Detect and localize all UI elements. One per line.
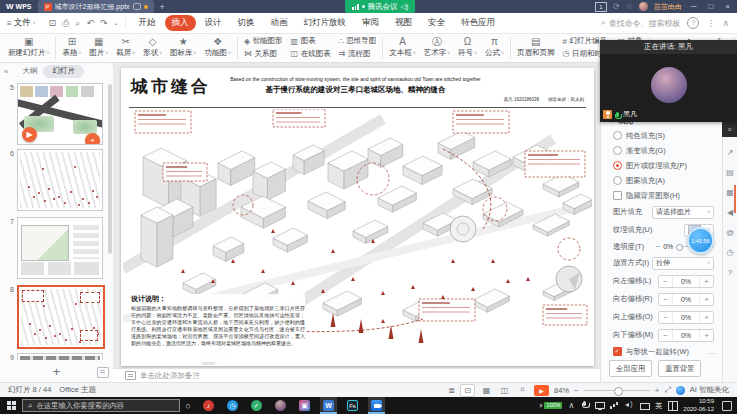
ribbon-function-diagram-button[interactable]: ❖功能图˅ [201, 34, 235, 61]
presenter-view-button[interactable]: ⌗ [516, 385, 529, 396]
slide-thumbnail-5[interactable]: ▶+ [17, 83, 103, 145]
ribbon-online-chart-button[interactable]: ◫在线图表 [291, 49, 331, 59]
fs-app-icon[interactable]: Fs [344, 397, 361, 414]
help-panel-icon[interactable]: ? [728, 268, 732, 277]
ime-language-indicator[interactable]: 英 [655, 401, 662, 411]
display-tray-icon[interactable] [595, 401, 604, 410]
ribbon-smartart-button[interactable]: ◈智能图形 [244, 36, 283, 46]
file-menu[interactable]: ≡文件˅ [0, 17, 43, 29]
stepper-minus-button[interactable]: − [659, 330, 672, 341]
reading-view-button[interactable]: ◫ [498, 385, 511, 396]
help-icon[interactable]: ? [687, 17, 699, 29]
sync-icon[interactable]: ⟳ [613, 2, 620, 11]
ribbon-formula-button[interactable]: π公式˅ [481, 34, 508, 61]
microphone-tray-icon[interactable] [580, 401, 589, 410]
cortana-button[interactable]: ○ [180, 401, 196, 411]
slider-handle[interactable] [676, 244, 683, 251]
slide-thumbnail-6[interactable] [17, 149, 103, 211]
share-panel-icon[interactable]: ↗ [727, 148, 734, 157]
transparency-minus-button[interactable]: − [656, 242, 661, 251]
slide-thumbnail-7[interactable] [17, 217, 103, 279]
redo-icon[interactable]: ↷ [100, 18, 108, 28]
offset-stepper[interactable]: −0%+ [658, 275, 714, 288]
meeting-timer-bubble[interactable]: 1:41:56 [687, 227, 714, 254]
clipboard-panel-icon[interactable]: ▤ [726, 168, 734, 177]
offset-stepper[interactable]: −0%+ [658, 329, 714, 342]
ribbon-flowchart-button[interactable]: ⇉流程图 [339, 49, 377, 59]
image-panel-icon[interactable]: ▦ [726, 188, 734, 197]
ribbon-textbox-button[interactable]: A文本框˅ [385, 34, 419, 61]
print-preview-icon[interactable]: ⌕ [75, 18, 80, 28]
meeting-floating-bar[interactable]: 腾讯会议 ◁) [345, 0, 415, 13]
stepper-plus-button[interactable]: + [700, 276, 713, 287]
taskbar-search-box[interactable]: ⌕ 在这里输入你要搜索的内容 [22, 399, 180, 412]
menu-tab-幻灯片放映[interactable]: 幻灯片放映 [297, 15, 354, 31]
zoom-level[interactable]: 84% [554, 386, 569, 395]
account-name[interactable]: 苗苗由由 [654, 2, 682, 12]
netease-music-icon[interactable]: ♪ [200, 397, 217, 414]
fill-option-selected[interactable]: 图片或纹理填充(P) [601, 158, 722, 173]
menu-tab-开始[interactable]: 开始 [132, 15, 163, 31]
reset-background-button[interactable]: 重置背景 [658, 360, 701, 377]
rotate-with-shape-option[interactable]: 与形状一起旋转(W) … [601, 344, 722, 359]
slide-thumbnail-8[interactable] [17, 285, 105, 349]
ribbon-new-slide-button[interactable]: ▣新建幻灯片˅ [4, 34, 53, 61]
hide-background-option[interactable]: 隐藏背景图形(H) [601, 188, 722, 203]
zoom-out-icon[interactable]: − [574, 386, 579, 395]
photos-app-icon[interactable]: ▣ [296, 397, 313, 414]
transparency-value[interactable]: 0% [663, 243, 673, 250]
fill-option-radio[interactable]: 渐变填充(G) [601, 143, 722, 158]
battery-indicator[interactable]: ⚡100% [538, 402, 562, 410]
slide-8-canvas[interactable]: 城市缝合 Based on the construction of slow-m… [121, 68, 594, 366]
zoom-slider[interactable] [584, 390, 650, 391]
menu-tab-设计[interactable]: 设计 [198, 15, 229, 31]
slide-subtitle-zh[interactable]: 基于慢行系统的建设对三孝口老城区场地、精神的缝合 [225, 85, 486, 95]
fill-option-radio[interactable]: 图案填充(A) [601, 173, 722, 188]
ribbon-symbol-button[interactable]: Ω符号˅ [454, 34, 481, 61]
stepper-plus-button[interactable]: + [700, 330, 713, 341]
picture-fill-select[interactable]: 请选择图片˅ [652, 206, 714, 219]
ribbon-table-button[interactable]: ⊞表格˅ [58, 34, 85, 61]
star-icon[interactable]: ☆ [626, 2, 633, 11]
tab-outline[interactable]: 大纲 [22, 66, 37, 76]
start-button[interactable] [0, 397, 22, 414]
slide-title[interactable]: 城市缝合 [131, 75, 211, 98]
ribbon-relation-diagram-button[interactable]: ⋈关系图 [244, 49, 283, 59]
panel-scrollbar[interactable] [108, 84, 112, 254]
mention-panel-icon[interactable]: @ [726, 228, 734, 237]
menu-tab-特色应用[interactable]: 特色应用 [454, 15, 502, 31]
history-panel-icon[interactable]: ◷ [727, 248, 734, 257]
insert-slide-button[interactable]: + [85, 133, 100, 145]
stepper-plus-button[interactable]: + [700, 294, 713, 305]
ime-grid-icon[interactable] [668, 401, 677, 410]
menu-tab-插入[interactable]: 插入 [165, 15, 196, 31]
notes-bar[interactable]: 单击此处添加备注 [113, 368, 600, 382]
close-button[interactable]: × [722, 2, 733, 11]
document-tab[interactable]: P 城市设计2最终汇报.pptx [38, 0, 154, 13]
save-icon[interactable]: ⊡ [49, 18, 57, 28]
design-description[interactable]: 设计说明： 根据前期的大量实地勘察调研与资料整理，分析得到了基地现状三孝口片区存… [131, 294, 305, 362]
meeting-video-window[interactable]: 正在讲话: 黑凡 黑凡 [600, 40, 737, 122]
minimize-button[interactable]: ─ [688, 2, 700, 11]
theme-name[interactable]: Office 主题 [59, 385, 96, 395]
ai-beautify-label[interactable]: AI 智能美化 [690, 385, 729, 395]
hidden-icons-chevron[interactable]: ∧ [568, 401, 574, 410]
stepper-minus-button[interactable]: − [659, 276, 672, 287]
clock-app-icon[interactable]: ◷ [224, 397, 241, 414]
action-center-icon[interactable] [722, 401, 732, 411]
collapse-panel-button[interactable]: « [4, 67, 8, 76]
undo-icon[interactable]: ↶ [86, 18, 94, 28]
ai-beautify-icon[interactable] [676, 386, 685, 395]
account-avatar[interactable] [639, 2, 648, 11]
zoom-in-icon[interactable]: + [655, 386, 660, 395]
ribbon-wordart-button[interactable]: Ⓐ艺术字˅ [420, 34, 454, 61]
network-tray-icon[interactable] [610, 401, 619, 410]
offset-stepper[interactable]: −0%+ [658, 293, 714, 306]
ribbon-icon-library-button[interactable]: ★图标库˅ [166, 34, 200, 61]
menu-tab-审阅[interactable]: 审阅 [355, 15, 386, 31]
ribbon-screenshot-button[interactable]: ✂截屏˅ [112, 34, 139, 61]
more-options-icon[interactable]: … [708, 347, 716, 356]
ribbon-header-footer-button[interactable]: ▤页眉和页脚 [513, 34, 559, 61]
offset-stepper[interactable]: −0%+ [658, 311, 714, 324]
stepper-plus-button[interactable]: + [700, 312, 713, 323]
